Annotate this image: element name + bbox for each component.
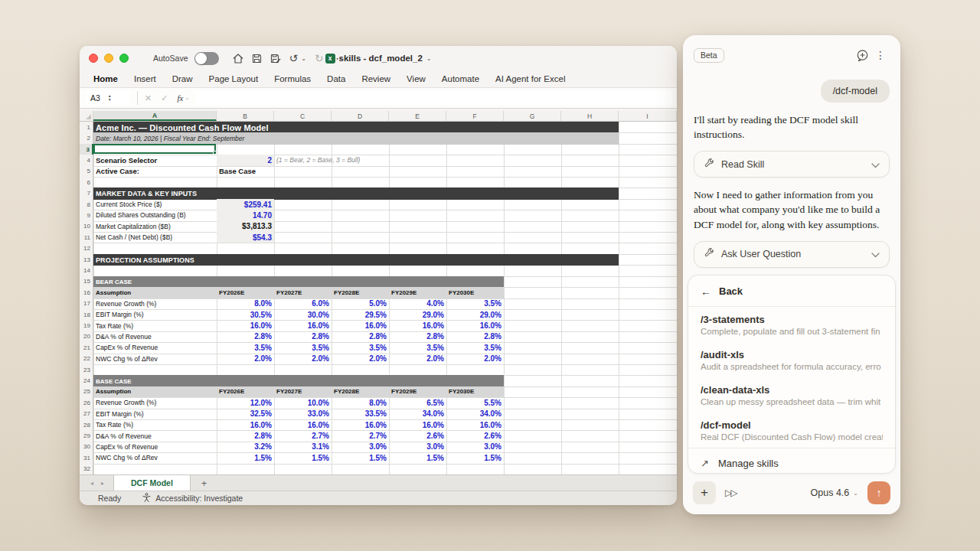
cell-F26[interactable]: 5.5%: [446, 397, 504, 408]
accessibility-status[interactable]: Accessibility: Investigate: [142, 493, 243, 504]
row-number-18[interactable]: 18: [80, 309, 93, 320]
ribbon-tab-page-layout[interactable]: Page Layout: [209, 74, 259, 83]
send-button[interactable]: ↑: [867, 481, 890, 504]
cell-D30[interactable]: 3.0%: [332, 442, 389, 452]
cell-F31[interactable]: 1.5%: [446, 452, 504, 463]
column-header-D[interactable]: D: [332, 111, 389, 121]
cell-F17[interactable]: 3.5%: [446, 298, 504, 309]
row-number-21[interactable]: 21: [80, 342, 93, 353]
column-header-B[interactable]: B: [217, 111, 274, 121]
row-number-15[interactable]: 15: [80, 276, 93, 287]
save-icon[interactable]: [252, 54, 262, 64]
cell-C17[interactable]: 6.0%: [274, 298, 332, 309]
column-header-F[interactable]: F: [446, 111, 504, 121]
cell-A21[interactable]: CapEx % of Revenue: [93, 342, 217, 353]
skill-item-3-statements[interactable]: /3-statementsComplete, populate and fill…: [688, 307, 895, 342]
cell-C28[interactable]: 16.0%: [274, 419, 332, 430]
selected-cell-A3[interactable]: [93, 144, 216, 154]
cell-B22[interactable]: 2.0%: [217, 354, 274, 364]
cell-F16[interactable]: FY2030E: [446, 287, 504, 298]
column-header-I[interactable]: I: [619, 111, 677, 121]
cell-A4[interactable]: Scenario Selector: [93, 155, 217, 165]
tool-call-ask-user-question[interactable]: Ask User Question: [694, 241, 890, 268]
row-number-10[interactable]: 10: [80, 221, 93, 232]
confirm-entry-icon[interactable]: ✓: [161, 93, 168, 103]
row-number-32[interactable]: 32: [80, 464, 93, 474]
back-button[interactable]: ← Back: [688, 276, 895, 306]
cell-F28[interactable]: 16.0%: [446, 419, 504, 430]
ribbon-tab-home[interactable]: Home: [93, 74, 118, 83]
cell-A19[interactable]: Tax Rate (%): [93, 320, 217, 331]
cell-C21[interactable]: 3.5%: [274, 342, 332, 353]
row-number-8[interactable]: 8: [80, 199, 93, 210]
document-title-menu[interactable]: x skills - dcf_model_2 ⌄: [325, 54, 432, 64]
cell-D17[interactable]: 5.0%: [332, 298, 389, 309]
cell-E16[interactable]: FY2029E: [389, 287, 446, 298]
ribbon-tab-view[interactable]: View: [407, 74, 426, 83]
cell-E19[interactable]: 16.0%: [389, 320, 446, 331]
model-selector[interactable]: Opus 4.6 ⌄: [811, 487, 858, 498]
cell-C18[interactable]: 30.0%: [274, 309, 332, 320]
attach-button[interactable]: +: [693, 481, 716, 504]
row-number-4[interactable]: 4: [80, 155, 93, 165]
row-number-3[interactable]: 3: [80, 144, 93, 155]
sheet-tab-dcf-model[interactable]: DCF Model: [113, 475, 191, 491]
row-number-6[interactable]: 6: [80, 177, 93, 187]
cell-B29[interactable]: 2.8%: [217, 430, 274, 441]
cell-B19[interactable]: 16.0%: [217, 320, 274, 331]
cell-A5[interactable]: Active Case:: [93, 166, 217, 177]
cell-E18[interactable]: 29.0%: [389, 309, 446, 320]
cell-C22[interactable]: 2.0%: [274, 354, 332, 364]
cell-C30[interactable]: 3.1%: [274, 442, 332, 452]
column-header-E[interactable]: E: [389, 111, 446, 121]
new-chat-icon[interactable]: [853, 46, 871, 64]
cell-D20[interactable]: 2.8%: [332, 331, 389, 342]
prev-sheet-icon[interactable]: ◂: [90, 480, 93, 487]
save-as-icon[interactable]: [270, 54, 281, 64]
zoom-window-button[interactable]: [119, 54, 129, 63]
cell-A13[interactable]: PROJECTION ASSUMPTIONS: [93, 254, 619, 266]
row-number-29[interactable]: 29: [80, 430, 93, 441]
home-icon[interactable]: [233, 54, 243, 64]
cell-C25[interactable]: FY2027E: [274, 386, 332, 397]
cell-D19[interactable]: 16.0%: [332, 320, 389, 331]
cell-F30[interactable]: 3.0%: [446, 442, 504, 452]
tool-call-read-skill[interactable]: Read Skill: [694, 151, 890, 178]
cell-E26[interactable]: 6.5%: [389, 397, 446, 408]
row-number-20[interactable]: 20: [80, 331, 93, 342]
cell-D26[interactable]: 8.0%: [332, 397, 389, 408]
cell-B10[interactable]: $3,813.3: [217, 221, 274, 232]
cell-A26[interactable]: Revenue Growth (%): [93, 397, 217, 408]
cell-C31[interactable]: 1.5%: [274, 452, 332, 463]
row-number-7[interactable]: 7: [80, 187, 93, 198]
cell-D28[interactable]: 16.0%: [332, 419, 389, 430]
cell-F25[interactable]: FY2030E: [446, 386, 504, 397]
row-number-25[interactable]: 25: [80, 386, 93, 397]
skill-item-clean-data-xls[interactable]: /clean-data-xlsClean up messy spreadshee…: [688, 377, 895, 412]
row-number-13[interactable]: 13: [80, 254, 93, 265]
cell-D22[interactable]: 2.0%: [332, 354, 389, 364]
spreadsheet-grid[interactable]: 1234567891011121314151617181920212223242…: [80, 122, 677, 474]
ribbon-tab-automate[interactable]: Automate: [442, 74, 479, 83]
cancel-entry-icon[interactable]: ✕: [145, 93, 152, 103]
row-number-19[interactable]: 19: [80, 320, 93, 331]
cell-E22[interactable]: 2.0%: [389, 354, 446, 364]
column-header-A[interactable]: A: [93, 111, 217, 121]
row-number-31[interactable]: 31: [80, 452, 93, 463]
ribbon-tab-review[interactable]: Review: [361, 74, 390, 83]
cell-A11[interactable]: Net Cash / (Net Debt) ($B): [93, 232, 217, 243]
cell-C27[interactable]: 33.0%: [274, 409, 332, 419]
cell-E29[interactable]: 2.6%: [389, 430, 446, 441]
cell-A8[interactable]: Current Stock Price ($): [93, 199, 217, 210]
cell-A31[interactable]: NWC Chg % of ΔRev: [93, 452, 217, 463]
cell-E27[interactable]: 34.0%: [389, 409, 446, 419]
cell-F19[interactable]: 16.0%: [446, 320, 504, 331]
cell-B8[interactable]: $259.41: [217, 199, 274, 210]
row-number-9[interactable]: 9: [80, 210, 93, 220]
cell-B28[interactable]: 16.0%: [217, 419, 274, 430]
cell-A20[interactable]: D&A % of Revenue: [93, 331, 217, 342]
cell-B11[interactable]: $54.3: [217, 232, 274, 243]
cell-C4[interactable]: (1 = Bear, 2 = Base, 3 = Bull): [274, 155, 446, 165]
cell-C26[interactable]: 10.0%: [274, 397, 332, 408]
ribbon-tab-ai-agent-for-excel[interactable]: AI Agent for Excel: [495, 74, 565, 83]
